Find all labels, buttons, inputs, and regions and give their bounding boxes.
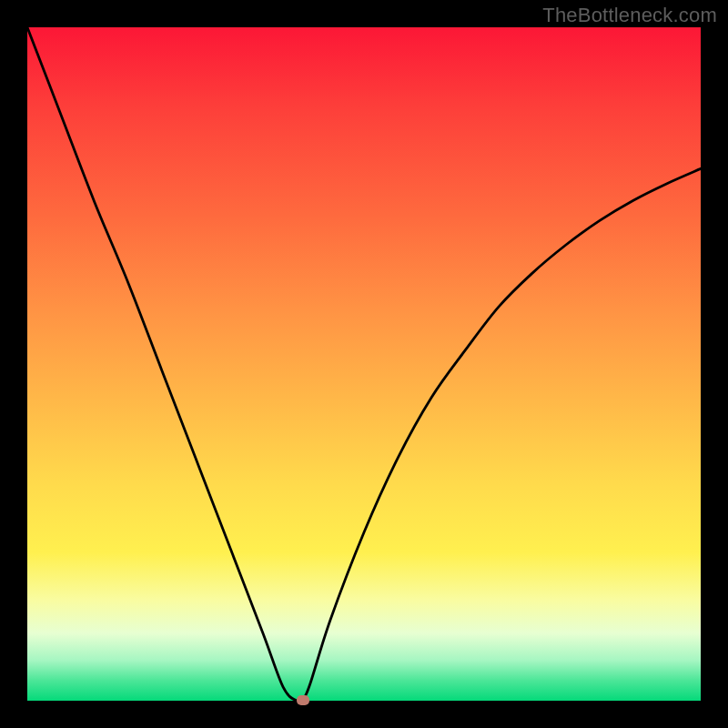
bottleneck-curve (27, 27, 701, 701)
watermark-text: TheBottleneck.com (542, 4, 717, 27)
chart-frame: TheBottleneck.com (0, 0, 728, 728)
optimum-marker (297, 695, 309, 705)
plot-area (27, 27, 701, 701)
